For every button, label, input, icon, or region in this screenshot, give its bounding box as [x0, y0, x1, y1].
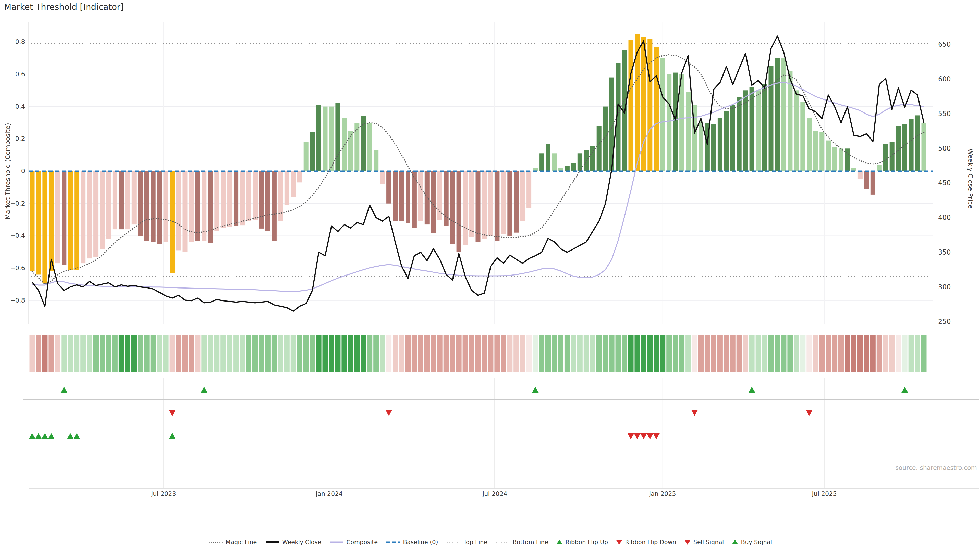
ribbon-cell [240, 335, 245, 372]
ribbon-cell [647, 335, 652, 372]
ribbon-cell [291, 335, 296, 372]
ribbon-cell [386, 335, 391, 372]
x-axis-tick: Jul 2025 [812, 490, 837, 497]
ribbon-cell [686, 335, 691, 372]
ribbon-cell [214, 335, 220, 372]
legend-item-sell-signal: Sell Signal [684, 539, 724, 545]
threshold-bar [648, 39, 652, 171]
threshold-bar [902, 124, 907, 171]
legend-label: Ribbon Flip Up [565, 539, 608, 545]
threshold-bar [94, 171, 98, 257]
threshold-bar [482, 171, 487, 239]
ribbon-cell [724, 335, 729, 372]
ribbon-cell [412, 335, 417, 372]
legend-label: Ribbon Flip Down [625, 539, 676, 545]
threshold-bar [667, 74, 671, 171]
threshold-bar [106, 171, 111, 239]
buy-signal-marker [29, 433, 35, 439]
threshold-bar [74, 171, 79, 270]
ribbon-cell [100, 335, 105, 372]
x-axis-tick: Jul 2024 [482, 490, 508, 497]
threshold-bar [488, 171, 493, 236]
ribbon-cell [201, 335, 207, 372]
ribbon-flip-up-marker [532, 387, 539, 392]
ribbon-cell [55, 335, 60, 372]
threshold-bar [259, 171, 264, 229]
threshold-bar [501, 171, 506, 234]
ribbon-cell [195, 335, 200, 372]
ribbon-cell [698, 335, 703, 372]
indicator-chart-canvas [0, 0, 980, 551]
threshold-bar [145, 171, 149, 241]
ribbon-cell [807, 335, 812, 372]
threshold-bar [195, 171, 200, 241]
ribbon-cell [80, 335, 86, 372]
threshold-bar [845, 148, 850, 171]
threshold-bar [355, 123, 360, 171]
ribbon-cell [119, 335, 124, 372]
ribbon-flip-down-icon [616, 539, 623, 545]
threshold-bar [170, 171, 175, 273]
ribbon-cell [144, 335, 150, 372]
left-axis-tick: −0.2 [0, 200, 25, 207]
threshold-bar [113, 171, 118, 229]
threshold-bar [590, 146, 595, 171]
legend-label: Bottom Line [513, 539, 549, 545]
threshold-bar [227, 171, 232, 227]
ribbon-cell [259, 335, 264, 372]
x-axis-tick: Jan 2025 [649, 490, 676, 497]
threshold-bar [527, 171, 531, 208]
legend-label: Baseline (0) [403, 539, 438, 545]
left-axis-tick: 0 [0, 168, 25, 175]
ribbon-cell [469, 335, 474, 372]
threshold-bar [49, 171, 54, 272]
threshold-bar [100, 171, 105, 249]
ribbon-cell [131, 335, 137, 372]
threshold-bar [909, 119, 914, 171]
threshold-bar [495, 171, 500, 241]
left-axis-tick: −0.8 [0, 297, 25, 304]
ribbon-cell [170, 335, 175, 372]
threshold-bar [157, 171, 162, 244]
ribbon-cell [36, 335, 41, 372]
threshold-bar [208, 171, 213, 243]
ribbon-cell [800, 335, 805, 372]
threshold-bar [794, 90, 799, 171]
threshold-bar [641, 37, 646, 171]
threshold-bar [628, 40, 633, 171]
threshold-bar [380, 171, 385, 184]
ribbon-cell [896, 335, 901, 372]
ribbon-flip-up-marker [201, 387, 207, 392]
ribbon-cell [48, 335, 54, 372]
legend-item-top-line: Top Line [446, 539, 487, 545]
ribbon-cell [628, 335, 634, 372]
threshold-bar [514, 171, 519, 233]
ribbon-flip-down-marker [691, 410, 698, 416]
right-axis-tick: 550 [938, 110, 951, 118]
buy-signal-icon [732, 539, 738, 545]
ribbon-cell [819, 335, 824, 372]
ribbon-cell [125, 335, 130, 372]
ribbon-cell [845, 335, 850, 372]
threshold-bar [125, 171, 130, 229]
threshold-bar [119, 171, 124, 229]
sell-signal-icon [684, 539, 691, 545]
legend-item-baseline: Baseline (0) [385, 539, 438, 545]
ribbon-cell [877, 335, 882, 372]
ribbon-cell [749, 335, 755, 372]
ribbon-cell [304, 335, 309, 372]
ribbon-cell [597, 335, 602, 372]
right-axis-tick: 600 [938, 75, 951, 83]
ribbon-cell [316, 335, 321, 372]
threshold-bar [756, 90, 761, 171]
ribbon-cell [584, 335, 589, 372]
ribbon-cell [30, 335, 35, 372]
legend-label: Composite [347, 539, 378, 545]
threshold-bar [635, 34, 640, 171]
ribbon-cell [679, 335, 684, 372]
ribbon-cell [208, 335, 213, 372]
threshold-bar [418, 171, 423, 221]
threshold-bar [138, 171, 143, 236]
right-axis-tick: 500 [938, 144, 951, 152]
threshold-bar [660, 58, 665, 171]
